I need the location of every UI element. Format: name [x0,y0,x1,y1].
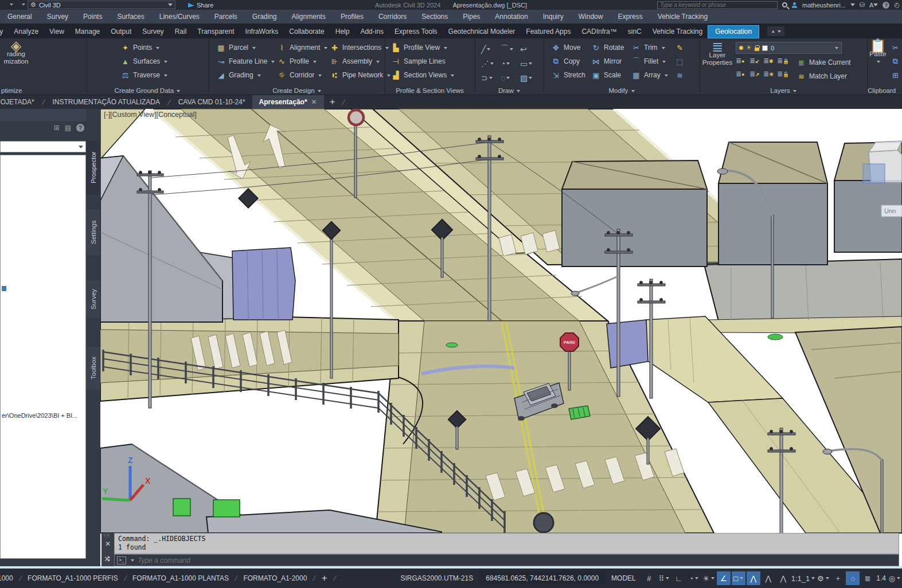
layout-tab-1000[interactable]: 1000 [0,571,19,586]
annotation-monitor-toggle[interactable]: ＋ [831,571,845,585]
layer-freeze-icon[interactable]: ≣❄ [763,57,777,70]
panel-label-design[interactable]: Create Design [209,87,384,94]
grading-optimization-button[interactable]: ◈ radingmization [0,42,37,65]
workspace-switching-button[interactable]: ⚙ [816,571,830,585]
menu-sections[interactable]: Sections [414,10,455,23]
signed-in-user[interactable]: matheushenri... [802,2,846,9]
ribbon-tab-featured-apps[interactable]: Featured Apps [520,25,576,38]
menu-lines-curves[interactable]: Lines/Curves [152,10,207,23]
ribbon-tab-manage[interactable]: Manage [69,25,106,38]
item-view-icon[interactable]: ⊞ [54,124,60,132]
rotate-button[interactable]: ↻Rotate [591,42,624,53]
layer-unlock2-icon[interactable]: ≣🔓 [777,70,791,83]
intersections-button[interactable]: ✚Intersections [330,42,389,53]
undo-button[interactable] [3,2,13,9]
tab-toolbox[interactable]: Toolbox [86,347,100,390]
command-prompt-icon[interactable]: >_ [117,556,126,565]
app-store-cart-icon[interactable]: ⛁ [860,1,865,9]
surfaces-button[interactable]: ▲Surfaces [120,56,167,67]
layer-lock-icon[interactable]: ≣🔒 [777,57,791,70]
new-drawing-button[interactable]: + [324,96,341,108]
revcloud-tool[interactable]: ↩ [520,42,540,56]
make-current-button[interactable]: ≣Make Current [796,57,851,68]
traverse-button[interactable]: ⚖Traverse [120,69,167,81]
circle-tool[interactable]: ◔ [501,56,520,70]
layer-properties-button[interactable]: ≣ LayerProperties [697,43,738,66]
menu-general[interactable]: General [0,10,40,23]
stretch-button[interactable]: ⇲Stretch [551,69,585,81]
panel-label-layers[interactable]: Layers [700,87,866,94]
trim-button[interactable]: ✂Trim [631,42,665,53]
close-tab-icon[interactable]: ✕ [311,98,317,106]
menu-express[interactable]: Express [610,10,650,23]
ribbon-tab-modify[interactable]: odify [0,25,9,38]
tab-survey[interactable]: Survey [86,281,100,318]
ribbon-tab-collaborate[interactable]: Collaborate [283,25,330,38]
drawing-tab-projetada[interactable]: ROJETADA* [0,95,41,109]
command-wrench-icon[interactable]: ⚒ [103,556,111,562]
grading-button[interactable]: ◢Grading [216,69,261,81]
menu-grading[interactable]: Grading [245,10,284,23]
profile-button[interactable]: ∿Profile [277,56,317,67]
assembly-button[interactable]: ⊪Assembly [330,56,380,67]
ribbon-tab-analyze[interactable]: Analyze [8,25,44,38]
new-layout-button[interactable]: + [316,573,333,584]
menu-pipes[interactable]: Pipes [455,10,487,23]
command-close-icon[interactable]: ✕ [105,540,111,548]
osnap-tracking-toggle[interactable]: ∠ [717,571,731,585]
parcel-button[interactable]: ▦Parcel [216,42,256,53]
drawing-tab-instrumentacao[interactable]: INSTRUMENTAÇÃO ATUALIZADA [45,95,167,109]
pipe-network-button[interactable]: ⑆Pipe Network [330,69,391,81]
sample-lines-button[interactable]: ⊣Sample Lines [391,56,446,67]
array-button[interactable]: ▦Array [631,69,668,81]
autodesk-apps-icon[interactable]: A [869,2,878,9]
annotation-all-toggle[interactable]: ⋀ [776,571,790,585]
cursor-coordinates[interactable]: 684581.0625, 7442141.7626, 0.0000 [479,571,606,586]
section-views-button[interactable]: ▟Section Views [391,69,454,81]
command-input[interactable] [138,556,367,565]
menu-points[interactable]: Points [76,10,110,23]
user-menu-chevron-icon[interactable] [850,3,855,9]
scale-button[interactable]: ▣Scale [591,69,621,81]
ribbon-collapse-button[interactable]: ▲ [767,26,784,36]
search-icon[interactable] [782,2,787,7]
ortho-toggle[interactable]: ∟ [672,571,686,585]
isolate-objects-button[interactable]: ◌ [846,571,860,585]
rectangle-tool[interactable]: ▭ [520,56,540,70]
layout-tab-2000[interactable]: FORMATO_A1-2000 [237,571,313,586]
feature-line-button[interactable]: ↝Feature Line [216,56,275,67]
panel-label-draw[interactable]: Draw [475,87,543,94]
share-button[interactable]: Share [188,2,213,9]
clean-screen-button[interactable]: ◎ [888,571,901,585]
match-layer-button[interactable]: ≋Match Layer [796,70,847,82]
toolspace-combo[interactable] [0,141,86,152]
ribbon-tab-infraworks[interactable]: InfraWorks [240,25,284,38]
drawing-tab-cava[interactable]: CAVA CMD 01-10-24* [171,95,252,109]
prospector-tree[interactable]: er\OneDrive\2023\BI + Bl... [0,155,86,559]
health-dashboard-icon[interactable]: ◴ [894,1,900,9]
ribbon-tab-geolocation[interactable]: Geolocation [708,25,759,38]
match-properties-button[interactable]: ≋ [675,69,685,81]
tab-settings[interactable]: Settings [86,209,100,255]
redo-button[interactable] [15,2,25,9]
annotation-autoscale-toggle[interactable]: ⋀ [762,571,775,585]
menu-survey[interactable]: Survey [40,10,76,23]
ribbon-tab-survey[interactable]: Survey [136,25,169,38]
menu-surfaces[interactable]: Surfaces [110,10,151,23]
cut-button[interactable]: ✂ [891,42,900,53]
layer-thaw-all-icon[interactable]: ≣☀ [763,70,777,83]
menu-vehicle-tracking[interactable]: Vehicle Tracking [650,10,715,23]
panel-label-ground[interactable]: Create Ground Data [87,87,208,94]
ribbon-tab-transparent[interactable]: Transparent [192,25,240,38]
fillet-button[interactable]: ⌒Fillet [631,56,666,67]
paste-special-button[interactable]: ⊞ [891,69,900,81]
xline-tool[interactable]: ⋰ [481,56,501,70]
polyline-tool[interactable]: ⊃ [481,70,501,85]
menu-alignments[interactable]: Alignments [284,10,333,23]
tree-item-icon[interactable] [2,286,6,291]
corridor-button[interactable]: ⛗Corridor [277,69,322,81]
grid-toggle[interactable]: # [642,571,656,585]
layer-isolate-icon[interactable]: ≣● [736,57,749,70]
move-button[interactable]: ✥Move [551,42,580,53]
workspace-dropdown[interactable]: ⚙ Civil 3D [28,1,175,9]
